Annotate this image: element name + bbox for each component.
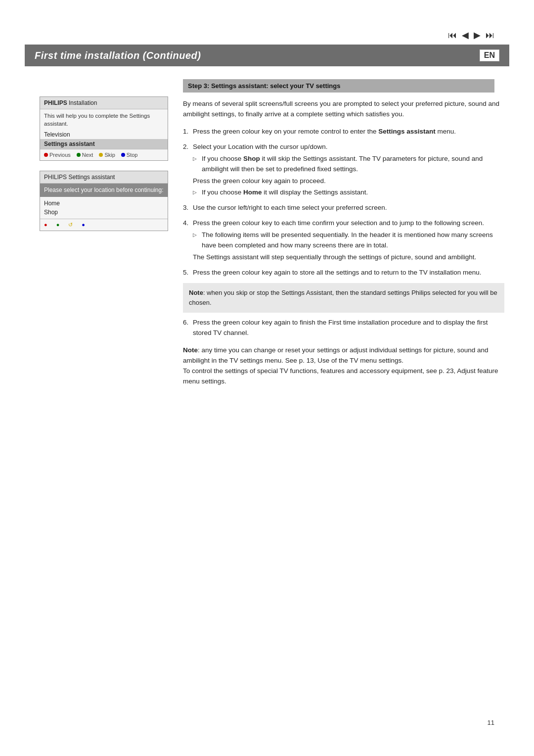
settings-box: PHILIPS Settings assistant Please select… — [40, 171, 168, 231]
step3-text: Use the cursor left/right to each time s… — [193, 204, 387, 211]
install-box-body: This will help you to complete the Setti… — [40, 109, 168, 130]
steps-list: 1. Press the green colour key on your re… — [183, 127, 504, 278]
note2-text: : any time you can change or reset your … — [183, 346, 489, 364]
install-box-title: Installation — [69, 99, 97, 106]
step2-press-again: Press the green colour key again to proc… — [193, 176, 504, 187]
page-title: First time installation (Continued) — [35, 50, 201, 61]
note1-text: : when you skip or stop the Settings Ass… — [189, 289, 497, 306]
settings-box-header: PHILIPS Settings assistant — [40, 171, 168, 184]
settings-assistant-bold: Settings assistant — [378, 128, 436, 135]
step-2: 2. Select your Location with the cursor … — [183, 142, 504, 198]
shop-bold-1: Shop — [243, 155, 260, 162]
next-button[interactable]: Next — [77, 152, 93, 158]
note2-label: Note — [183, 346, 198, 354]
nav-first-icon[interactable]: ⏮ — [448, 30, 457, 41]
step2-text: Select your Location with the cursor up/… — [193, 143, 327, 150]
skip-button[interactable]: Skip — [99, 152, 115, 158]
right-content: By means of several split screens/full s… — [183, 99, 504, 387]
step2-sub2: If you choose Home it will display the S… — [193, 188, 504, 198]
step-5: 5. Press the green colour key again to s… — [183, 268, 504, 278]
install-box: PHILIPS Installation This will help you … — [40, 96, 168, 161]
settings-home-option[interactable]: Home — [44, 199, 164, 208]
settings-btn1[interactable]: ● — [44, 222, 47, 228]
step-4: 4. Press the green colour key to each ti… — [183, 218, 504, 263]
install-box-row-television: Television — [40, 130, 168, 139]
note1-label: Note — [189, 289, 203, 296]
yellow-dot-icon — [99, 153, 103, 157]
prev-button[interactable]: Previous — [44, 152, 71, 158]
red-dot-icon — [44, 153, 48, 157]
settings-box-title: Settings assistant — [68, 174, 115, 181]
settings-box-footer: ● ● ↺ ● — [40, 219, 168, 231]
nav-prev-icon[interactable]: ◀ — [462, 30, 469, 41]
step2-sub1: If you choose Shop it will skip the Sett… — [193, 154, 504, 175]
green-dot-icon — [77, 153, 81, 157]
settings-btn3[interactable]: ↺ — [68, 222, 73, 228]
settings-shop-option[interactable]: Shop — [44, 208, 164, 217]
nav-last-icon[interactable]: ⏭ — [486, 30, 494, 41]
home-bold-1: Home — [243, 189, 262, 196]
step6-text: Press the green colour key again to fini… — [193, 319, 488, 336]
settings-btn2[interactable]: ● — [56, 222, 60, 228]
step-6: 6. Press the green colour key again to f… — [183, 318, 504, 338]
stop-button[interactable]: Stop — [121, 152, 138, 158]
note-box-1: Note: when you skip or stop the Settings… — [183, 283, 504, 313]
page-number: 11 — [488, 719, 494, 726]
left-panel: PHILIPS Installation This will help you … — [40, 96, 168, 231]
prev-label: Previous — [49, 152, 71, 158]
next-label: Next — [82, 152, 93, 158]
step5-text: Press the green colour key again to stor… — [193, 269, 482, 276]
philips-settings-brand: PHILIPS — [44, 174, 67, 181]
note2-extra: To control the settings of special TV fu… — [183, 367, 498, 385]
steps-list-2: 6. Press the green colour key again to f… — [183, 318, 504, 338]
stop-label: Stop — [127, 152, 138, 158]
step4-extra: The Settings assistant will step sequent… — [193, 252, 504, 263]
skip-label: Skip — [104, 152, 115, 158]
nav-icons: ⏮ ◀ ▶ ⏭ — [448, 30, 494, 41]
settings-box-highlight: Please select your location before conti… — [40, 184, 168, 197]
step-3: 3. Use the cursor left/right to each tim… — [183, 203, 504, 213]
blue-dot-icon — [121, 153, 125, 157]
step-1: 1. Press the green colour key on your re… — [183, 127, 504, 137]
note2-block: Note: any time you can change or reset y… — [183, 345, 504, 387]
language-badge: EN — [480, 49, 499, 61]
install-box-footer: Previous Next Skip Stop — [40, 149, 168, 160]
settings-btn4[interactable]: ● — [82, 222, 85, 228]
header-bar: First time installation (Continued) EN — [25, 45, 509, 66]
intro-paragraph: By means of several split screens/full s… — [183, 99, 504, 120]
install-box-selected[interactable]: Settings assistant — [40, 139, 168, 149]
step4-sub1: The following items will be presented se… — [193, 230, 504, 251]
settings-box-row-home: Home Shop — [40, 197, 168, 219]
nav-next-icon[interactable]: ▶ — [474, 30, 481, 41]
step-heading: Step 3: Settings assistant: select your … — [183, 79, 494, 93]
philips-brand-label: PHILIPS — [44, 99, 67, 106]
install-box-header: PHILIPS Installation — [40, 97, 168, 109]
